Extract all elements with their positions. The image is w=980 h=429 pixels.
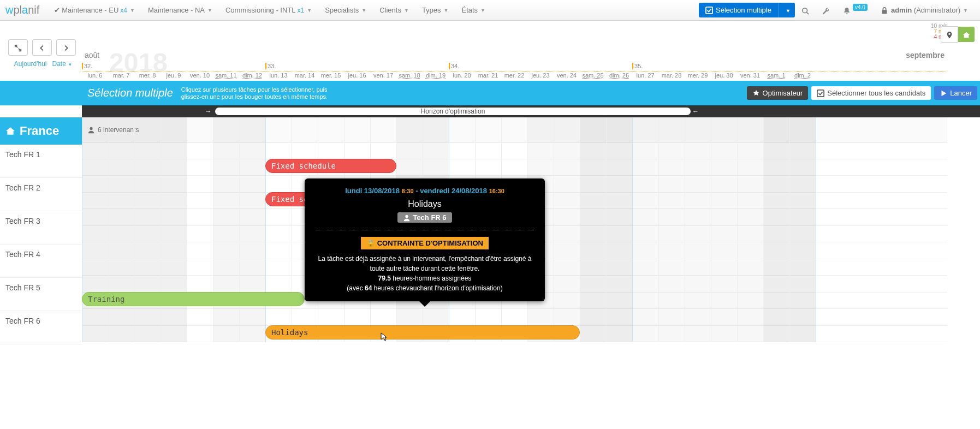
day-label: mar. 7 xyxy=(108,72,134,79)
day-label: mer. 29 xyxy=(685,72,711,79)
expand-button[interactable] xyxy=(8,39,28,56)
multi-select-dropdown[interactable]: ▼ xyxy=(779,3,795,17)
nav-item[interactable]: États▼ xyxy=(455,0,492,21)
checkbox-icon xyxy=(817,90,824,97)
day-label: mer. 8 xyxy=(134,72,161,79)
nav-item[interactable]: Types▼ xyxy=(415,0,455,21)
launch-button[interactable]: Lancer xyxy=(934,86,977,100)
task-orange[interactable]: Holidays xyxy=(265,325,580,339)
home-icon xyxy=(5,126,15,136)
day-label: jeu. 23 xyxy=(527,72,554,79)
svg-rect-0 xyxy=(706,7,712,13)
day-label: dim. 2 xyxy=(789,72,816,79)
gridline xyxy=(108,117,109,342)
row-label: Tech FR 4 xyxy=(0,245,82,278)
row-label: Tech FR 1 xyxy=(0,145,82,178)
notifications-button[interactable]: v4.0 xyxy=(836,5,874,15)
gridline xyxy=(82,117,82,342)
week-marker: 35. xyxy=(632,63,643,69)
month-label-left: août xyxy=(85,51,99,59)
optimiser-icon xyxy=(752,90,760,97)
gridline xyxy=(554,117,554,342)
day-label: dim. 19 xyxy=(423,72,449,79)
gridline xyxy=(265,117,266,342)
day-label: sam. 1 xyxy=(763,72,789,79)
timeline-toolbar: Aujourd'hui Date ▼ 2018 août septembre 3… xyxy=(0,21,980,81)
day-label: jeu. 9 xyxy=(161,72,187,79)
horizon-left-handle[interactable]: → xyxy=(205,108,211,115)
day-label: dim. 12 xyxy=(239,72,265,79)
day-label: lun. 13 xyxy=(265,72,292,79)
date-link[interactable]: Date ▼ xyxy=(52,60,73,68)
day-label: mar. 21 xyxy=(475,72,501,79)
home-button[interactable] xyxy=(958,27,975,42)
horizon-slider[interactable]: Horizon d'optimisation xyxy=(215,108,691,115)
gridline xyxy=(685,117,685,342)
wrench-icon xyxy=(822,7,830,15)
today-link[interactable]: Aujourd'hui xyxy=(14,60,47,68)
day-label: ven. 10 xyxy=(187,72,213,79)
pin-icon xyxy=(946,31,953,39)
day-label: lun. 6 xyxy=(82,72,108,79)
day-label: dim. 26 xyxy=(606,72,632,79)
day-label: jeu. 16 xyxy=(344,72,370,79)
schedule-grid: France Tech FR 1Tech FR 2Tech FR 3Tech F… xyxy=(0,117,980,344)
user-menu[interactable]: admin (Administrator) ▼ xyxy=(874,0,975,21)
gridline xyxy=(187,117,187,342)
navbar: wplanif ✔ Maintenance - EU x4▼Maintenanc… xyxy=(0,0,980,21)
bell-icon xyxy=(843,7,851,15)
svg-point-6 xyxy=(406,214,408,217)
multi-select-bar: Sélection multiple Cliquez sur plusieurs… xyxy=(0,81,980,105)
task-green[interactable]: Training xyxy=(82,292,305,306)
location-button[interactable] xyxy=(941,26,958,43)
assignee-badge: Tech FR 6 xyxy=(397,212,452,223)
nav-item[interactable]: Maintenance - NA▼ xyxy=(141,0,219,21)
nav-item[interactable]: ✔ Maintenance - EU x4▼ xyxy=(47,0,141,21)
day-label: sam. 25 xyxy=(580,72,606,79)
day-label: ven. 24 xyxy=(554,72,580,79)
gridline xyxy=(134,117,135,342)
day-label: jeu. 30 xyxy=(711,72,737,79)
select-all-button[interactable]: Sélectionner tous les candidats xyxy=(811,86,931,100)
prev-button[interactable] xyxy=(32,39,52,56)
day-label: mar. 28 xyxy=(658,72,685,79)
gridline xyxy=(292,117,292,342)
chevron-right-icon xyxy=(62,44,70,52)
gridline xyxy=(816,117,816,342)
week-marker: 32. xyxy=(82,63,92,69)
month-label-right: septembre xyxy=(906,51,945,59)
day-label: mer. 22 xyxy=(501,72,527,79)
nav-item[interactable]: Specialists▼ xyxy=(318,0,373,21)
multi-select-title: Sélection multiple xyxy=(87,87,173,99)
row-label: Tech FR 6 xyxy=(0,311,82,344)
play-icon xyxy=(940,90,947,97)
version-badge: v4.0 xyxy=(853,4,868,11)
nav-item[interactable]: Commissioning - INTL x1▼ xyxy=(219,0,318,21)
group-info-row: 6 intervenants xyxy=(82,117,947,142)
settings-button[interactable] xyxy=(816,5,836,15)
search-button[interactable] xyxy=(795,5,816,15)
multi-select-icon xyxy=(705,7,713,14)
gridline xyxy=(239,117,240,342)
week-marker: 34. xyxy=(449,63,459,69)
gridline xyxy=(606,117,607,342)
day-label: sam. 11 xyxy=(213,72,239,79)
day-label: lun. 27 xyxy=(632,72,658,79)
gridline xyxy=(632,117,633,342)
gridline xyxy=(580,117,580,342)
gridline xyxy=(763,117,764,342)
svg-point-1 xyxy=(803,8,807,13)
nav-item[interactable]: Clients▼ xyxy=(373,0,415,21)
task-red[interactable]: Fixed schedule xyxy=(265,159,396,173)
logo: wplanif xyxy=(5,4,39,16)
day-label: ven. 17 xyxy=(370,72,396,79)
expand-icon xyxy=(14,44,22,52)
group-header[interactable]: France xyxy=(0,117,82,145)
optimiser-button[interactable]: Optimisateur xyxy=(747,86,809,100)
next-button[interactable] xyxy=(56,39,76,56)
day-label: lun. 20 xyxy=(449,72,475,79)
day-label: mar. 14 xyxy=(292,72,318,79)
horizon-right-handle[interactable]: ← xyxy=(692,108,699,115)
tech-row xyxy=(82,142,947,176)
multi-select-button[interactable]: Sélection multiple xyxy=(699,3,779,17)
